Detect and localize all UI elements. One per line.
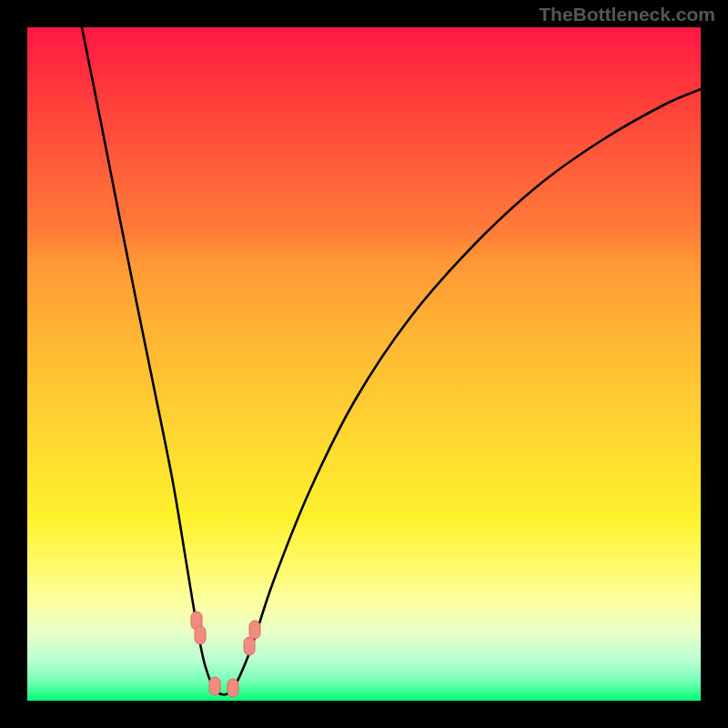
markers-group bbox=[191, 612, 260, 697]
marker-left-knee-bottom bbox=[195, 626, 206, 644]
marker-left-knee-top bbox=[191, 612, 202, 630]
plot-area bbox=[27, 27, 701, 701]
marker-valley-right bbox=[228, 679, 238, 697]
marker-right-knee-top bbox=[249, 621, 260, 639]
bottleneck-curve bbox=[82, 27, 701, 695]
marker-right-knee-bottom bbox=[244, 637, 255, 655]
marker-valley-left bbox=[209, 677, 220, 695]
attribution-label: TheBottleneck.com bbox=[539, 4, 715, 25]
curve-layer bbox=[27, 27, 701, 701]
chart-frame: TheBottleneck.com bbox=[0, 0, 728, 728]
